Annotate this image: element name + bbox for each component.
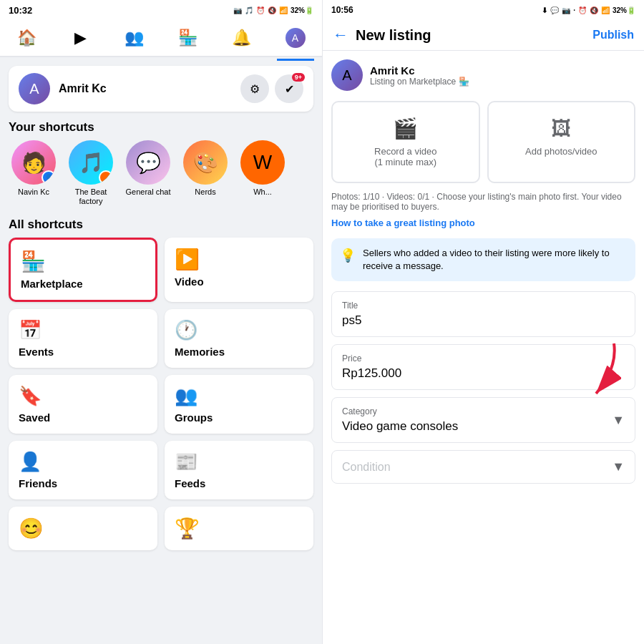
messenger-status-icon: 💬 [550,6,559,14]
emoji-card-icon: 😊 [19,517,147,540]
shortcut-nerds[interactable]: 🎨 Nerds [180,140,230,206]
avatar: A [19,73,50,104]
shortcut-name-generalchat: General chat [126,187,171,197]
condition-content: Condition [342,461,391,474]
card-video[interactable]: ▶️ Video [165,238,313,302]
profile-left: A Amrit Kc [19,73,107,104]
shortcut-name-navin: Navin Kc [18,187,49,197]
card-saved[interactable]: 🔖 Saved [9,375,157,434]
shortcut-name-nerds: Nerds [195,187,215,197]
shortcut-name-wh: Wh... [253,187,272,197]
back-button[interactable]: ← [333,26,348,44]
photo-icon: 🖼 [551,117,571,140]
category-field[interactable]: Category Video game consoles ▼ [331,397,635,443]
title-field[interactable]: Title ps5 [331,291,635,337]
status-bar-left: 10:32 📷 🎵 ⏰ 🔇 📶 32%🔋 [0,0,322,20]
add-photos-btn[interactable]: 🖼 Add photos/video [487,101,636,183]
photos-info: Photos: 1/10 · Videos: 0/1 · Choose your… [331,192,635,212]
saved-card-label: Saved [19,411,147,424]
dot-icon: · [573,6,575,14]
shortcut-badge-beatfactory [99,170,113,185]
nav-home[interactable]: 🏠 [9,25,46,51]
music-icon: 🎵 [245,6,253,14]
events-card-icon: 📅 [19,319,147,341]
alarm-icon: ⏰ [256,6,265,14]
shortcut-avatar-navin: 🧑 👤 [11,140,56,185]
add-label: Add photos/video [525,146,597,157]
card-trophy[interactable]: 🏆 [165,507,313,550]
wifi-icon: 📶 [279,6,288,14]
card-marketplace[interactable]: 🏪 Marketplace [9,238,157,302]
top-bar: ← New listing Publish [323,20,644,51]
nav-marketplace[interactable]: 🏪 [170,25,207,51]
marketplace-card-icon: 🏪 [21,250,145,273]
shortcut-wh[interactable]: W Wh... [238,140,288,206]
store-icon: 🏪 [459,77,469,87]
shortcut-avatar-generalchat: 💬 [126,140,170,185]
bell-icon: 🔔 [232,28,252,48]
nav-bell[interactable]: 🔔 [223,25,260,51]
notifications-btn[interactable]: ✔ 9+ [275,74,303,103]
mute-icon: 🔇 [268,6,276,14]
profile-name: Amrit Kc [59,82,107,95]
video-icon: ▶ [71,28,91,48]
card-groups[interactable]: 👥 Groups [165,375,313,434]
all-shortcuts-title: All shortcuts [9,218,313,232]
card-memories[interactable]: 🕐 Memories [165,309,313,368]
nav-friends[interactable]: 👥 [116,25,153,51]
shortcut-beatfactory[interactable]: 🎵 The Beat factory [66,140,116,206]
card-emoji[interactable]: 😊 [9,507,157,550]
listing-link[interactable]: How to take a great listing photo [331,218,635,228]
user-name: Amrit Kc [370,64,469,77]
mute-right-icon: 🔇 [590,6,598,14]
user-subtitle: Listing on Marketplace 🏪 [370,77,469,87]
user-details: Amrit Kc Listing on Marketplace 🏪 [370,64,469,87]
video-card-label: Video [175,275,303,288]
messenger-btn[interactable]: ⚙ [240,74,269,103]
shortcut-generalchat[interactable]: 💬 General chat [123,140,173,206]
download-icon: ⬇ [542,6,547,14]
shortcuts-title: Your shortcuts [9,120,313,135]
shortcut-avatar-beatfactory: 🎵 [69,140,113,185]
publish-button[interactable]: Publish [592,29,634,42]
condition-field[interactable]: Condition ▼ [331,450,635,484]
left-panel: 10:32 📷 🎵 ⏰ 🔇 📶 32%🔋 🏠 ▶ 👥 🏪 🔔 A [0,0,322,644]
tip-box: 💡 Sellers who added a video to their lis… [331,238,635,281]
shortcut-avatar-nerds: 🎨 [183,140,228,185]
camera-icon: 📷 [233,6,242,14]
nav-bar: 🏠 ▶ 👥 🏪 🔔 A [0,20,322,57]
status-icons-right: ⬇ 💬 📷 · ⏰ 🔇 📶 32%🔋 [542,6,635,14]
home-icon: 🏠 [17,28,37,48]
time-left: 10:32 [9,5,32,16]
status-icons-left: 📷 🎵 ⏰ 🔇 📶 32%🔋 [233,6,313,14]
shortcut-avatar-wh: W [240,140,285,185]
memories-card-label: Memories [175,346,303,358]
category-content: Category Video game consoles [342,406,458,434]
title-value[interactable]: ps5 [342,313,625,328]
price-field[interactable]: Price Rp125.000 [331,344,635,390]
memories-card-icon: 🕐 [175,319,303,341]
price-label: Price [342,353,625,364]
card-feeds[interactable]: 📰 Feeds [165,441,313,499]
category-value: Video game consoles [342,419,458,434]
user-info-row: A Amrit Kc Listing on Marketplace 🏪 [331,59,635,91]
alarm-right-icon: ⏰ [578,6,587,14]
groups-card-icon: 👥 [175,385,303,407]
trophy-card-icon: 🏆 [175,517,303,540]
price-value[interactable]: Rp125.000 [342,366,625,381]
record-video-btn[interactable]: 🎬 Record a video(1 minute max) [331,101,480,183]
shortcut-navin[interactable]: 🧑 👤 Navin Kc [9,140,59,206]
category-container: Category Video game consoles ▼ [331,397,635,443]
instagram-icon: 📷 [562,6,570,14]
messenger-icon: ⚙ [250,82,260,96]
right-content: A Amrit Kc Listing on Marketplace 🏪 🎬 Re… [323,51,644,644]
card-events[interactable]: 📅 Events [9,309,157,368]
marketplace-icon: 🏪 [178,28,198,48]
notification-badge: 9+ [292,73,305,82]
events-card-label: Events [19,346,147,358]
condition-dropdown-arrow: ▼ [612,459,625,474]
card-friends[interactable]: 👤 Friends [9,441,157,499]
nav-video[interactable]: ▶ [62,25,99,51]
nav-profile[interactable]: A [277,25,314,51]
friends-icon: 👥 [125,28,145,48]
